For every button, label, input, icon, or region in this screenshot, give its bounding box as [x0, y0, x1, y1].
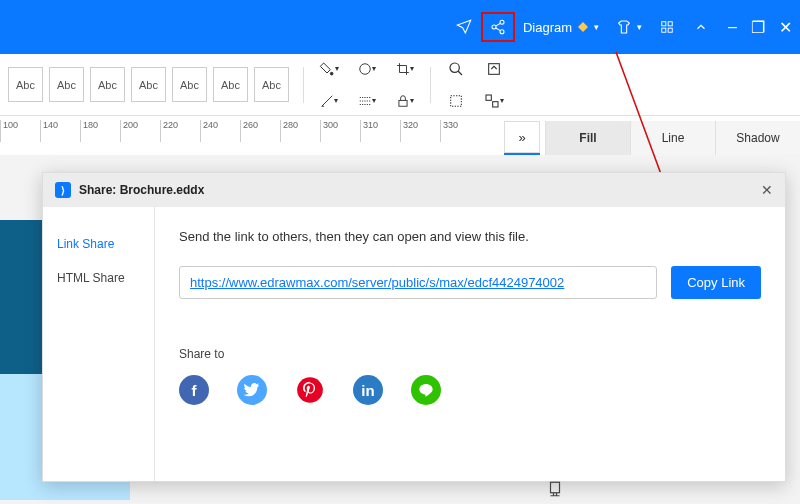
svg-rect-12	[451, 95, 462, 106]
apps-menu[interactable]	[650, 12, 684, 42]
replace-button[interactable]	[483, 58, 505, 80]
style-preset[interactable]: Abc	[213, 67, 248, 102]
svg-rect-4	[668, 22, 672, 26]
format-tools: ▾ ▾ ▾ ▾ ▾ ▾	[318, 58, 416, 112]
svg-point-1	[492, 25, 496, 29]
window-controls: – ❐ ✕	[728, 18, 792, 37]
select-button[interactable]	[445, 90, 467, 112]
linkedin-icon[interactable]: in	[353, 375, 383, 405]
twitter-icon[interactable]	[237, 375, 267, 405]
share-icon	[489, 18, 507, 36]
horizontal-ruler: 100 140 180 200 220 240 260 280 300 310 …	[0, 120, 520, 142]
share-button[interactable]	[481, 12, 515, 42]
group-button[interactable]: ▾	[483, 90, 505, 112]
line-color-button[interactable]: ▾	[318, 90, 340, 112]
dialog-main: Send the link to others, then they can o…	[155, 207, 785, 481]
tshirt-menu[interactable]: ▾	[607, 12, 650, 42]
view-tools: ▾	[445, 58, 505, 112]
dialog-body: Link Share HTML Share Send the link to o…	[43, 207, 785, 481]
send-icon	[455, 18, 473, 36]
ruler-tick: 260	[240, 120, 280, 142]
svg-rect-5	[662, 28, 666, 32]
diagram-label: Diagram	[523, 20, 572, 35]
svg-point-2	[500, 30, 504, 34]
ruler-tick: 310	[360, 120, 400, 142]
copy-link-button[interactable]: Copy Link	[671, 266, 761, 299]
app-titlebar: Diagram ▾ ▾ – ❐ ✕	[0, 0, 800, 54]
collapse-panel[interactable]	[684, 12, 718, 42]
chevron-down-icon: ▾	[637, 22, 642, 32]
svg-rect-3	[662, 22, 666, 26]
style-preset[interactable]: Abc	[90, 67, 125, 102]
panel-toggle[interactable]: »	[504, 121, 540, 153]
diagram-menu[interactable]: Diagram ▾	[515, 12, 607, 42]
style-preset[interactable]: Abc	[254, 67, 289, 102]
tshirt-icon	[615, 18, 633, 36]
pinterest-icon[interactable]	[295, 375, 325, 405]
svg-point-16	[297, 377, 323, 403]
dialog-header: ⟩ Share: Brochure.eddx ✕	[43, 173, 785, 207]
ribbon-toolbar: Abc Abc Abc Abc Abc Abc Abc ▾ ▾ ▾ ▾ ▾ ▾ …	[0, 54, 800, 116]
right-panel-tabs: Fill Line Shadow	[545, 121, 800, 155]
svg-point-8	[360, 63, 371, 74]
style-preset[interactable]: Abc	[8, 67, 43, 102]
tab-fill[interactable]: Fill	[545, 121, 630, 155]
ruler-tick: 240	[200, 120, 240, 142]
grid-icon	[658, 18, 676, 36]
fill-color-button[interactable]: ▾	[318, 58, 340, 80]
ruler-tick: 180	[80, 120, 120, 142]
link-row: https://www.edrawmax.com/server/public/s…	[179, 266, 761, 299]
minimize-button[interactable]: –	[728, 18, 737, 37]
send-button[interactable]	[447, 12, 481, 42]
crop-button[interactable]: ▾	[394, 58, 416, 80]
ruler-tick: 320	[400, 120, 440, 142]
svg-rect-9	[399, 100, 407, 106]
tab-line[interactable]: Line	[630, 121, 715, 155]
app-logo-icon: ⟩	[55, 182, 71, 198]
style-preset[interactable]: Abc	[49, 67, 84, 102]
diamond-icon	[576, 18, 590, 36]
social-row: f in	[179, 375, 761, 405]
maximize-button[interactable]: ❐	[751, 18, 765, 37]
sidebar-item-link-share[interactable]: Link Share	[43, 227, 154, 261]
svg-rect-11	[489, 63, 500, 74]
dialog-title: Share: Brochure.eddx	[79, 183, 204, 197]
line-icon[interactable]	[411, 375, 441, 405]
svg-rect-6	[668, 28, 672, 32]
line-style-button[interactable]: ▾	[356, 90, 378, 112]
chevron-down-icon: ▾	[594, 22, 599, 32]
layers-icon[interactable]	[546, 480, 564, 498]
facebook-icon[interactable]: f	[179, 375, 209, 405]
svg-rect-17	[551, 482, 560, 493]
style-preset[interactable]: Abc	[172, 67, 207, 102]
separator	[430, 67, 431, 103]
svg-point-7	[330, 72, 333, 75]
style-preset[interactable]: Abc	[131, 67, 166, 102]
share-to-label: Share to	[179, 347, 761, 361]
search-button[interactable]	[445, 58, 467, 80]
ruler-tick: 200	[120, 120, 160, 142]
dialog-sidebar: Link Share HTML Share	[43, 207, 155, 481]
ruler-tick: 280	[280, 120, 320, 142]
lock-button[interactable]: ▾	[394, 90, 416, 112]
svg-rect-14	[493, 101, 498, 106]
share-hint: Send the link to others, then they can o…	[179, 229, 761, 244]
shape-outline-button[interactable]: ▾	[356, 58, 378, 80]
tab-shadow[interactable]: Shadow	[715, 121, 800, 155]
ruler-tick: 140	[40, 120, 80, 142]
dialog-close-button[interactable]: ✕	[761, 182, 773, 198]
separator	[303, 67, 304, 103]
svg-point-0	[500, 20, 504, 24]
svg-rect-13	[486, 95, 491, 100]
share-link-field[interactable]: https://www.edrawmax.com/server/public/s…	[179, 266, 657, 299]
close-button[interactable]: ✕	[779, 18, 792, 37]
ruler-tick: 330	[440, 120, 480, 142]
ruler-tick: 220	[160, 120, 200, 142]
ruler-tick: 300	[320, 120, 360, 142]
sidebar-item-html-share[interactable]: HTML Share	[43, 261, 154, 295]
svg-point-10	[450, 63, 459, 72]
chevron-up-icon	[692, 18, 710, 36]
share-dialog: ⟩ Share: Brochure.eddx ✕ Link Share HTML…	[42, 172, 786, 482]
ruler-tick: 100	[0, 120, 40, 142]
